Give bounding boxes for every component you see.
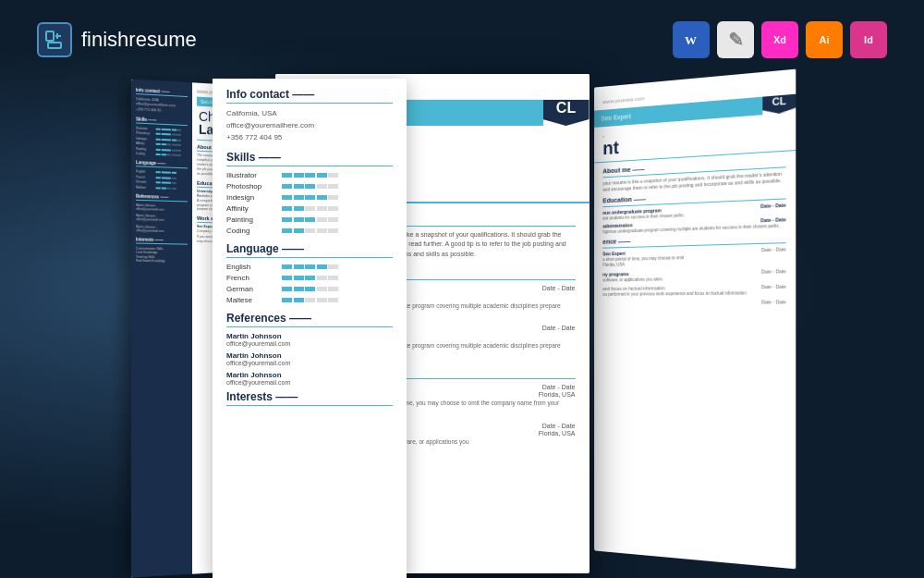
med-work-2: ny programsDate - Date software, or appl… bbox=[602, 268, 785, 284]
svg-rect-0 bbox=[46, 31, 54, 41]
med-body: About me —— your resume is like a snapsh… bbox=[594, 151, 796, 314]
small-info-text: California, USAoffice@youremailhere.com+… bbox=[136, 97, 188, 115]
small-ref-title: References —— bbox=[136, 193, 188, 202]
work-date-2: Date - Date bbox=[542, 423, 576, 429]
small-skills: Illustrator Photoshop bbox=[136, 126, 188, 157]
small-languages: English French bbox=[136, 170, 188, 191]
med-site-url: www.yoursite.com bbox=[602, 95, 644, 105]
mid-languages: English French bbox=[226, 263, 393, 304]
mid-skills: Illustrator Photoshop bbox=[226, 171, 393, 235]
mid-ref-2-email: office@youremail.com bbox=[226, 360, 393, 366]
med-job-title: Seo Expert bbox=[601, 113, 630, 121]
mid-skills-title: Skills —— bbox=[226, 151, 393, 166]
main-initials: CL bbox=[543, 100, 590, 126]
svg-text:W: W bbox=[685, 33, 697, 47]
mid-interests-title: Interests —— bbox=[226, 390, 393, 406]
mid-ref-1-email: office@youremail.com bbox=[226, 340, 393, 347]
toolbar: W ✎ Xd Ai Id bbox=[673, 21, 887, 58]
svg-rect-1 bbox=[48, 43, 61, 48]
edu-date-1: Date - Date bbox=[542, 285, 576, 291]
mid-ref-1-name: Martin Johnson bbox=[226, 332, 393, 340]
med-work-3: and focus on factual information.Date - … bbox=[602, 284, 785, 298]
main-content: Info contact —— California, USAoffice@yo… bbox=[0, 79, 924, 578]
tool-ai[interactable]: Ai bbox=[806, 21, 843, 58]
med-work-title: ence —— bbox=[602, 232, 785, 249]
mid-info-title: Info contact —— bbox=[226, 88, 393, 104]
small-interests: Communication SkillsLocal KnowledgeTeach… bbox=[136, 246, 188, 264]
header: finishresume W ✎ Xd Ai Id bbox=[0, 0, 924, 79]
mid-references: Martin Johnson office@youremail.com Mart… bbox=[226, 332, 393, 386]
mid-ref-3-email: office@youremail.com bbox=[226, 379, 393, 386]
tool-id[interactable]: Id bbox=[850, 21, 887, 58]
mid-ref-3-name: Martin Johnson bbox=[226, 371, 393, 379]
med-initials: CL bbox=[762, 94, 796, 115]
tool-xd[interactable]: Xd bbox=[761, 21, 798, 58]
edu-date-2: Date - Date bbox=[542, 325, 576, 331]
small-lang-title: Language —— bbox=[136, 160, 188, 168]
small-references: Martin Johnsonoffice@youremail.com Marti… bbox=[136, 203, 188, 234]
tool-word[interactable]: W bbox=[673, 21, 710, 58]
work-location-2: Florida, USA bbox=[539, 430, 576, 437]
logo-icon bbox=[37, 22, 72, 57]
small-info-title: Info contact —— bbox=[136, 88, 188, 97]
logo-area: finishresume bbox=[37, 22, 197, 57]
mid-ref-2-name: Martin Johnson bbox=[226, 351, 393, 360]
tool-pencil[interactable]: ✎ bbox=[717, 21, 754, 58]
middle-panel: Info contact —— California, USAoffice@yo… bbox=[213, 79, 407, 578]
work-date-1: Date - Date bbox=[542, 384, 576, 390]
small-skills-title: Skills —— bbox=[136, 117, 188, 126]
med-work-4: Date - Date bbox=[602, 300, 785, 307]
work-location-1: Florida, USA bbox=[539, 391, 576, 398]
logo-text: finishresume bbox=[81, 28, 197, 52]
mid-lang-title: Language —— bbox=[226, 242, 393, 258]
mid-info-text: California, USAoffice@youremailhere.com+… bbox=[226, 108, 393, 143]
mid-refs-title: References —— bbox=[226, 312, 393, 327]
med-work-1: Seo ExpertDate - Date a short period of … bbox=[602, 246, 785, 268]
resume-preview-medium: www.yoursite.com Seo Expert CL s nt Abou… bbox=[594, 69, 796, 570]
small-interests-title: Interests —— bbox=[136, 237, 188, 244]
